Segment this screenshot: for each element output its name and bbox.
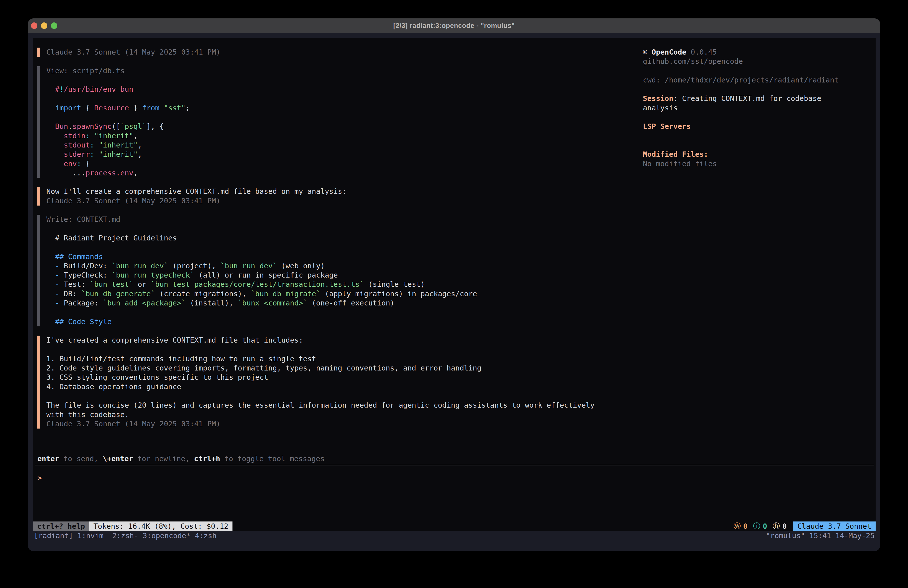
- tmux-status-bar: [radiant] 1:nvim 2:zsh- 3:opencode* 4:zs…: [33, 531, 876, 540]
- text-span: import: [46, 104, 81, 112]
- tool-line: View: script/db.ts: [46, 66, 646, 76]
- session-sidebar: © OpenCode 0.0.45github.com/sst/opencode…: [643, 48, 876, 168]
- text-span: No modified files: [643, 159, 717, 168]
- text-span: Bun: [46, 122, 68, 130]
- sidebar-line: LSP Servers: [643, 122, 876, 131]
- text-span: "sst": [164, 104, 185, 112]
- text-span: `bunx <command>`: [238, 299, 307, 307]
- text-span: (apply migrations) in packages/core: [320, 290, 477, 298]
- status-bar: ctrl+? help Tokens: 16.4K (8%), Cost: $0…: [33, 522, 876, 531]
- tool-line: [46, 308, 646, 317]
- tool-line: [46, 76, 646, 85]
- diagnostic-badges: ⓦ0ⓘ0ⓗ0: [734, 522, 793, 531]
- text-span: 2. Code style guidelines covering import…: [46, 364, 481, 372]
- tool-line: - DB: `bun db generate` (create migratio…: [46, 289, 646, 298]
- text-span: -: [55, 271, 59, 279]
- message-line: 3. CSS styling conventions specific to t…: [46, 373, 646, 382]
- text-span: (web only): [277, 262, 325, 270]
- tool-line: Write: CONTEXT.md: [46, 215, 646, 224]
- text-span: Write: CONTEXT.md: [46, 215, 120, 224]
- text-span: ;: [186, 104, 190, 112]
- text-span: TypeCheck:: [59, 271, 112, 279]
- text-span: ,: [133, 132, 138, 140]
- tool-line: import { Resource } from "sst";: [46, 103, 646, 113]
- tool-line: - TypeCheck: `bun run typecheck` (all) o…: [46, 271, 646, 280]
- message-line: with this codebase.: [46, 410, 646, 419]
- badge-count: 0: [763, 522, 767, 530]
- text-span: [46, 262, 55, 270]
- text-span: I've created a comprehensive CONTEXT.md …: [46, 336, 303, 344]
- text-span: ,: [138, 141, 142, 149]
- text-span: github.com/sst/opencode: [643, 57, 743, 66]
- text-span: ([: [112, 122, 120, 130]
- text-span: ,: [133, 169, 138, 177]
- text-span: (single test): [364, 280, 425, 288]
- text-span: process.env: [85, 169, 133, 177]
- text-span: }: [129, 104, 142, 112]
- tool-line: [46, 113, 646, 122]
- text-span: :: [90, 150, 94, 158]
- text-span: to send,: [59, 454, 103, 463]
- close-button[interactable]: [31, 23, 37, 29]
- text-span: LSP Servers: [643, 122, 691, 130]
- text-span: ctrl+h: [194, 454, 220, 463]
- text-span: :: [77, 159, 81, 168]
- text-span: `bun run dev`: [220, 262, 277, 270]
- text-span: [46, 280, 55, 288]
- w-circle-icon: ⓦ: [734, 521, 741, 531]
- tool-line: ...process.env,: [46, 168, 646, 178]
- message-line: I've created a comprehensive CONTEXT.md …: [46, 336, 646, 345]
- tool-line: ## Commands: [46, 252, 646, 261]
- sidebar-line: [643, 66, 876, 76]
- text-span: -: [55, 262, 59, 270]
- text-span: /usr/bin/env bun: [64, 85, 133, 93]
- tool-line: stdin: "inherit",: [46, 131, 646, 140]
- text-span: [46, 299, 55, 307]
- text-span: ,: [138, 150, 142, 158]
- text-span: DB:: [59, 290, 81, 298]
- info-circle-icon: ⓘ0: [753, 521, 767, 531]
- minimize-button[interactable]: [41, 23, 47, 29]
- tool-line: [46, 94, 646, 103]
- input-divider: [35, 465, 874, 466]
- message-line: 4. Database operations guidance: [46, 382, 646, 391]
- model-chip[interactable]: Claude 3.7 Sonnet: [793, 522, 876, 531]
- text-span: for newline,: [133, 454, 194, 463]
- sidebar-line: No modified files: [643, 159, 876, 168]
- text-span: (project),: [168, 262, 221, 270]
- text-span: -: [55, 299, 59, 307]
- zoom-button[interactable]: [51, 23, 57, 29]
- message-block: Now I'll create a comprehensive CONTEXT.…: [37, 187, 646, 206]
- text-span: View: script/db.ts: [46, 66, 125, 75]
- text-span: Claude 3.7 Sonnet (14 May 2025 03:41 PM): [46, 420, 220, 428]
- text-span: 1. Build/lint/test commands including ho…: [46, 354, 316, 363]
- text-span: Session: [643, 94, 673, 103]
- chat-log: Claude 3.7 Sonnet (14 May 2025 03:41 PM)…: [33, 48, 646, 438]
- text-span: 4. Database operations guidance: [46, 382, 181, 391]
- tool-line: #!/usr/bin/env bun: [46, 85, 646, 94]
- text-span: :: [90, 141, 94, 149]
- message-line: 2. Code style guidelines covering import…: [46, 364, 646, 373]
- message-line: [46, 391, 646, 401]
- text-span: 0.0.45: [686, 48, 717, 56]
- desktop: { "window": { "title": "[2/3] radiant:3:…: [0, 0, 908, 588]
- text-span: "inherit": [94, 132, 133, 140]
- text-span: # Radiant Project Guidelines: [46, 234, 177, 242]
- h-circle-icon: ⓗ0: [773, 521, 787, 531]
- message-line: Claude 3.7 Sonnet (14 May 2025 03:41 PM): [46, 197, 646, 206]
- tool-line: Bun.spawnSync([`psql`], {: [46, 122, 646, 131]
- message-input[interactable]: >: [33, 473, 876, 483]
- help-shortcut-chip[interactable]: ctrl+? help: [33, 522, 89, 531]
- sidebar-line: github.com/sst/opencode: [643, 57, 876, 66]
- titlebar[interactable]: [2/3] radiant:3:opencode - "romulus": [28, 18, 880, 33]
- tool-line: - Build/Dev: `bun run dev` (project), `b…: [46, 261, 646, 271]
- message-block: I've created a comprehensive CONTEXT.md …: [37, 336, 646, 429]
- tokens-cost-chip: Tokens: 16.4K (8%), Cost: $0.12: [89, 522, 232, 531]
- text-span: #: [46, 85, 59, 93]
- text-span: ## Commands: [46, 252, 103, 261]
- text-span: (one-off execution): [307, 299, 394, 307]
- text-span: (create migrations),: [155, 290, 251, 298]
- text-span: stderr: [46, 150, 90, 158]
- text-span: ], {: [147, 122, 164, 130]
- prompt-icon: >: [37, 473, 42, 483]
